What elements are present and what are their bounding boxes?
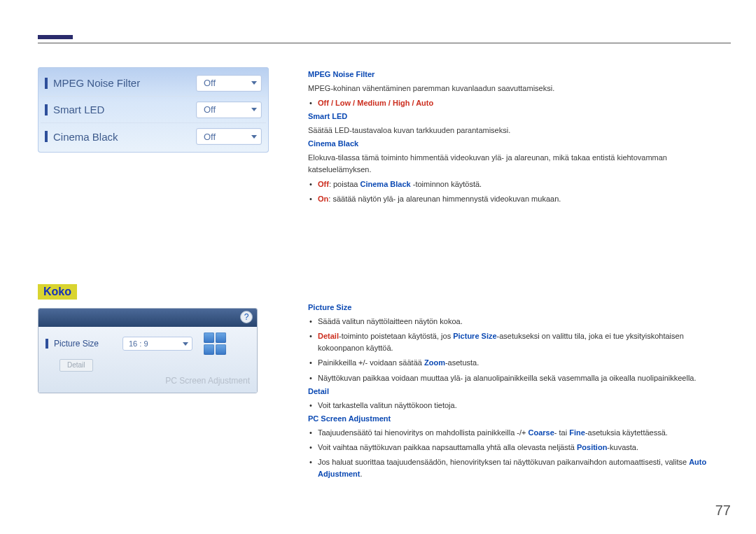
- text: -toiminnon käytöstä.: [411, 180, 482, 188]
- text-blue: Zoom: [424, 358, 445, 367]
- text: -asetuksia käytettäessä.: [585, 428, 668, 437]
- text-mpeg-body: MPEG-kohinan vähentäminen paremman kuvan…: [308, 83, 731, 94]
- osd-value: Off: [204, 132, 216, 142]
- text: Jos haluat suorittaa taajuudensäädön, hi…: [318, 458, 689, 466]
- text: -kuvasta.: [607, 443, 638, 451]
- list-item: Painikkeilla +/- voidaan säätää Zoom-ase…: [318, 357, 731, 369]
- osd-label: Smart LED: [53, 104, 196, 115]
- text-blue: Position: [577, 443, 607, 451]
- osd-value: Off: [204, 104, 216, 115]
- right-column: MPEG Noise Filter MPEG-kohinan vähentämi…: [308, 67, 731, 483]
- osd-value: Off: [204, 78, 216, 88]
- section-top-text: MPEG Noise Filter MPEG-kohinan vähentämi…: [308, 70, 731, 205]
- panel2-header: ?: [38, 309, 257, 327]
- text-blue: Coarse: [528, 428, 554, 437]
- text-cinemablack-body: Elokuva-tilassa tämä toiminto himmentää …: [308, 152, 731, 176]
- section-title-koko: Koko: [38, 284, 77, 300]
- osd-row-smartled: Smart LED Off: [41, 97, 266, 123]
- osd-select-mpeg[interactable]: Off: [196, 75, 262, 92]
- osd-select-cinemablack[interactable]: Off: [196, 128, 262, 145]
- osd-panel-picturesize: ? Picture Size 16 : 9 Detail: [38, 308, 258, 393]
- text: -asetusta.: [445, 358, 479, 367]
- text: Painikkeilla +/- voidaan säätää: [318, 358, 424, 367]
- row-marker: [45, 78, 48, 89]
- osd-row-mpeg: MPEG Noise Filter Off: [41, 70, 266, 97]
- text: Voit vaihtaa näyttökuvan paikkaa napsaut…: [318, 443, 577, 451]
- picture-size-value: 16 : 9: [129, 339, 148, 348]
- text-red: On: [318, 195, 328, 203]
- header-accent-bar: [38, 35, 73, 39]
- text-blue: Fine: [569, 428, 585, 437]
- heading-mpeg: MPEG Noise Filter: [308, 70, 731, 78]
- chevron-down-icon: [251, 135, 257, 139]
- left-column: MPEG Noise Filter Off Smart LED Off Cine…: [38, 67, 269, 483]
- list-item: Off / Low / Medium / High / Auto: [318, 97, 731, 109]
- heading-smartled: Smart LED: [308, 112, 731, 120]
- osd-label: Cinema Black: [53, 131, 196, 143]
- help-icon[interactable]: ?: [240, 311, 253, 323]
- position-grid-icon[interactable]: [204, 332, 226, 355]
- text-blue: Picture Size: [453, 332, 496, 340]
- text-red: Off / Low / Medium / High / Auto: [318, 99, 433, 107]
- section-koko-text: Picture Size Säädä valitun näyttölaittee…: [308, 303, 731, 479]
- osd-label: MPEG Noise Filter: [53, 77, 196, 89]
- heading-detail: Detail: [308, 387, 731, 395]
- list-item: Voit tarkastella valitun näyttökoon tiet…: [318, 400, 731, 412]
- list-item: Näyttökuvan paikkaa voidaan muuttaa ylä-…: [318, 372, 731, 384]
- page-number: 77: [715, 503, 731, 519]
- page-columns: MPEG Noise Filter Off Smart LED Off Cine…: [38, 38, 731, 483]
- list-item: Säädä valitun näyttölaitteen näytön koko…: [318, 316, 731, 328]
- list-item: Off: poistaa Cinema Black -toiminnon käy…: [318, 178, 731, 190]
- text: Taajuudensäätö tai hienoviritys on mahdo…: [318, 428, 528, 437]
- text: : poistaa: [329, 180, 360, 188]
- text: - tai: [554, 428, 569, 437]
- detail-button[interactable]: Detail: [59, 359, 93, 372]
- list-item: Voit vaihtaa näyttökuvan paikkaa napsaut…: [318, 442, 731, 454]
- text-blue: Cinema Black: [360, 180, 411, 188]
- chevron-down-icon: [251, 81, 257, 85]
- pc-screen-adjustment-label: PC Screen Adjustment: [46, 376, 250, 386]
- picture-size-select[interactable]: 16 : 9: [122, 337, 192, 351]
- text-red: Detail: [318, 332, 339, 340]
- text: .: [360, 470, 363, 478]
- chevron-down-icon: [183, 342, 188, 346]
- list-item: On: säätää näytön ylä- ja alareunan himm…: [318, 193, 731, 205]
- heading-picturesize: Picture Size: [308, 303, 731, 311]
- list-item: Taajuudensäätö tai hienoviritys on mahdo…: [318, 427, 731, 439]
- row-marker: [45, 104, 48, 115]
- detail-row: Detail: [46, 359, 250, 372]
- row-marker: [45, 131, 48, 142]
- panel2-body: Picture Size 16 : 9 Detail PC Screen Adj…: [38, 327, 257, 393]
- picture-size-label: Picture Size: [54, 339, 120, 349]
- text-red: Off: [318, 180, 329, 188]
- chevron-down-icon: [251, 108, 257, 111]
- text-smartled-body: Säätää LED-taustavaloa kuvan tarkkuuden …: [308, 125, 731, 136]
- header-divider: [38, 43, 731, 43]
- heading-cinemablack: Cinema Black: [308, 139, 731, 148]
- heading-pcsa: PC Screen Adjustment: [308, 414, 731, 423]
- row-marker: [46, 339, 48, 349]
- osd-panel-top: MPEG Noise Filter Off Smart LED Off Cine…: [38, 67, 269, 153]
- text: -toiminto poistetaan käytöstä, jos: [339, 332, 453, 340]
- text: : säätää näytön ylä- ja alareunan himmen…: [328, 195, 561, 203]
- osd-row-cinemablack: Cinema Black Off: [41, 123, 266, 150]
- list-item: Detail-toiminto poistetaan käytöstä, jos…: [318, 330, 731, 354]
- picture-size-row: Picture Size 16 : 9: [46, 332, 250, 355]
- list-item: Jos haluat suorittaa taajuudensäädön, hi…: [318, 456, 731, 480]
- osd-select-smartled[interactable]: Off: [196, 101, 262, 118]
